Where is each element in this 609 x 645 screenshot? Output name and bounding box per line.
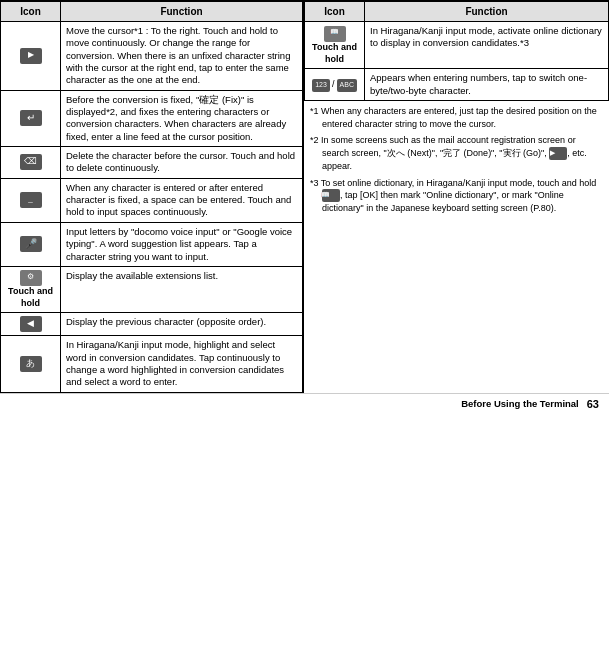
icon-cell: ⚙ Touch andhold bbox=[1, 266, 61, 312]
func-cell: Delete the character before the cursor. … bbox=[61, 147, 303, 179]
table-row: ⚙ Touch andhold Display the available ex… bbox=[1, 266, 303, 312]
table-row: あ In Hiragana/Kanji input mode, highligh… bbox=[1, 336, 303, 392]
byte-icon-2: ABC bbox=[337, 79, 357, 92]
icon-cell: 123 / ABC bbox=[305, 69, 365, 101]
left-table: Icon Function ▶ Move the cursor*1 : To t… bbox=[0, 1, 304, 393]
func-cell: In Hiragana/Kanji input mode, activate o… bbox=[365, 22, 609, 69]
icon-cell: ↵ bbox=[1, 90, 61, 146]
enter-icon: ↵ bbox=[20, 110, 42, 126]
page-container: Icon Function ▶ Move the cursor*1 : To t… bbox=[0, 0, 609, 414]
arrow-right-icon: ▶ bbox=[20, 48, 42, 64]
right-header-function: Function bbox=[365, 2, 609, 22]
table-row: 📖 Touch andhold In Hiragana/Kanji input … bbox=[305, 22, 609, 69]
footnote-2: *2 In some screens such as the mail acco… bbox=[310, 134, 603, 172]
table-row: ▶ Move the cursor*1 : To the right. Touc… bbox=[1, 22, 303, 91]
icon-cell: ▶ bbox=[1, 22, 61, 91]
prev-char-icon: ◀ bbox=[20, 316, 42, 332]
voice-icon: 🎤 bbox=[20, 236, 42, 252]
icon-cell: ⌫ bbox=[1, 147, 61, 179]
hiragana-icon: あ bbox=[20, 356, 42, 372]
func-cell: Display the available extensions list. bbox=[61, 266, 303, 312]
right-header-icon: Icon bbox=[305, 2, 365, 22]
delete-icon: ⌫ bbox=[20, 154, 42, 170]
slash-separator: / bbox=[332, 79, 335, 91]
icon-cell: ◀ bbox=[1, 313, 61, 336]
touch-hold-label-right: Touch andhold bbox=[310, 42, 359, 65]
byte-icon-1: 123 bbox=[312, 79, 330, 92]
table-row: _ When any character is entered or after… bbox=[1, 178, 303, 222]
page-number: 63 bbox=[587, 398, 599, 410]
table-row: ◀ Display the previous character (opposi… bbox=[1, 313, 303, 336]
table-row: 123 / ABC Appears when entering numbers,… bbox=[305, 69, 609, 101]
footnote-3: *3 To set online dictionary, in Hiragana… bbox=[310, 177, 603, 215]
inline-icon: ▶ bbox=[549, 147, 567, 160]
extensions-icon: ⚙ bbox=[20, 270, 42, 286]
icon-cell: あ bbox=[1, 336, 61, 392]
bottom-label: Before Using the Terminal bbox=[461, 398, 579, 409]
slash-icons: 123 / ABC bbox=[312, 79, 357, 92]
bottom-bar: Before Using the Terminal 63 bbox=[0, 393, 609, 414]
func-cell: Before the conversion is fixed, "確定 (Fix… bbox=[61, 90, 303, 146]
left-header-icon: Icon bbox=[1, 2, 61, 22]
dictionary-icon: 📖 bbox=[324, 26, 346, 42]
touch-hold-label: Touch andhold bbox=[6, 286, 55, 309]
icon-cell: 📖 Touch andhold bbox=[305, 22, 365, 69]
left-header-function: Function bbox=[61, 2, 303, 22]
table-row: ↵ Before the conversion is fixed, "確定 (F… bbox=[1, 90, 303, 146]
func-cell: Display the previous character (opposite… bbox=[61, 313, 303, 336]
func-cell: Input letters by "docomo voice input" or… bbox=[61, 222, 303, 266]
func-cell: When any character is entered or after e… bbox=[61, 178, 303, 222]
right-footnotes: *1 When any characters are entered, just… bbox=[304, 101, 609, 223]
inline-icon-2: 📖 bbox=[322, 189, 340, 202]
tables-row: Icon Function ▶ Move the cursor*1 : To t… bbox=[0, 0, 609, 393]
func-cell: Move the cursor*1 : To the right. Touch … bbox=[61, 22, 303, 91]
icon-cell: _ bbox=[1, 178, 61, 222]
right-table: Icon Function 📖 Touch andhold In Hiragan… bbox=[304, 1, 609, 393]
table-row: ⌫ Delete the character before the cursor… bbox=[1, 147, 303, 179]
space-icon: _ bbox=[20, 192, 42, 208]
table-row: 🎤 Input letters by "docomo voice input" … bbox=[1, 222, 303, 266]
footnote-1: *1 When any characters are entered, just… bbox=[310, 105, 603, 130]
icon-cell: 🎤 bbox=[1, 222, 61, 266]
func-cell: Appears when entering numbers, tap to sw… bbox=[365, 69, 609, 101]
func-cell: In Hiragana/Kanji input mode, highlight … bbox=[61, 336, 303, 392]
